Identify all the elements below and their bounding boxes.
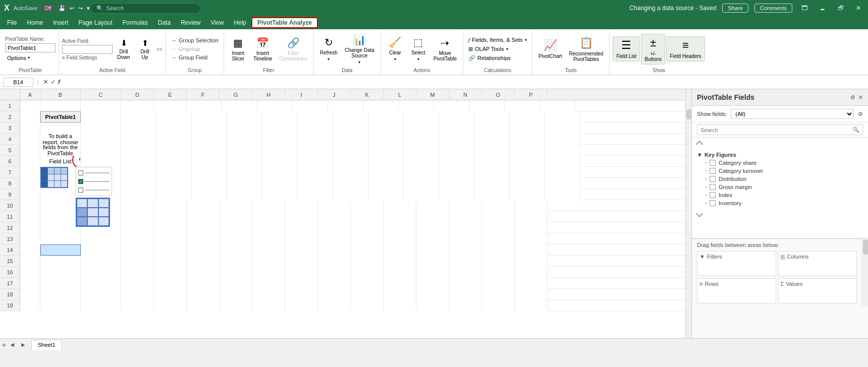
cell-j4[interactable] [333, 134, 368, 145]
pivottable-name-input[interactable] [5, 43, 56, 52]
cell-i19[interactable] [285, 300, 318, 311]
cell-n5[interactable] [474, 145, 510, 156]
cell-i6[interactable] [298, 156, 333, 167]
cell-k8[interactable] [368, 178, 404, 189]
cell-m19[interactable] [416, 300, 449, 311]
undo-icon[interactable]: ↩ [70, 5, 74, 12]
cell-j8[interactable] [333, 178, 368, 189]
cell-e15[interactable] [154, 256, 187, 267]
cell-f4[interactable] [192, 134, 227, 145]
cell-p10[interactable] [515, 200, 548, 211]
cell-a17[interactable] [20, 278, 40, 289]
select-button[interactable]: ⬚ Select ▾ [407, 34, 429, 64]
cell-g6[interactable] [227, 156, 262, 167]
cell-o1[interactable] [505, 100, 540, 111]
cell-b15[interactable] [40, 256, 81, 267]
cell-g13[interactable] [220, 233, 252, 244]
cell-h6[interactable] [262, 156, 298, 167]
cell-o15[interactable] [482, 256, 515, 267]
cell-i14[interactable] [285, 244, 318, 256]
cell-k2[interactable] [368, 111, 404, 123]
cell-o3[interactable] [510, 123, 545, 134]
cell-c13[interactable] [81, 233, 121, 244]
cell-i8[interactable] [298, 178, 333, 189]
cell-l2[interactable] [404, 111, 439, 123]
cell-k17[interactable] [351, 278, 384, 289]
cell-m13[interactable] [416, 233, 449, 244]
cell-m15[interactable] [416, 256, 449, 267]
row-15[interactable]: 15 [0, 256, 20, 267]
cell-k4[interactable] [368, 134, 404, 145]
cell-a5[interactable] [20, 145, 40, 156]
cell-j1[interactable] [328, 100, 363, 111]
cell-j17[interactable] [318, 278, 351, 289]
cell-d12[interactable] [121, 222, 154, 233]
cell-l17[interactable] [384, 278, 416, 289]
cell-p1[interactable] [540, 100, 575, 111]
cell-d16[interactable] [121, 267, 154, 278]
ungroup-button[interactable]: ← Ungroup [169, 45, 221, 53]
cell-a9[interactable] [20, 189, 40, 200]
cell-m2[interactable] [439, 111, 474, 123]
cell-o8[interactable] [510, 178, 545, 189]
cell-c1[interactable] [81, 100, 121, 111]
cell-g14[interactable] [220, 244, 252, 256]
cell-e9[interactable] [156, 189, 192, 200]
col-header-k[interactable]: K [351, 89, 384, 100]
cell-b13[interactable] [40, 233, 81, 244]
cell-n11[interactable] [449, 211, 482, 222]
cell-i13[interactable] [285, 233, 318, 244]
cell-h1[interactable] [257, 100, 293, 111]
row-12[interactable]: 12 [0, 222, 20, 233]
cell-d19[interactable] [121, 300, 154, 311]
cell-o13[interactable] [482, 233, 515, 244]
cell-m14[interactable] [416, 244, 449, 256]
cell-m12[interactable] [416, 222, 449, 233]
recommended-pivottables-button[interactable]: 📋 RecommendedPivotTables [566, 34, 607, 64]
cell-o4[interactable] [510, 134, 545, 145]
cell-a18[interactable] [20, 289, 40, 300]
cell-e4[interactable] [156, 134, 192, 145]
cell-d5[interactable] [121, 145, 156, 156]
group-field-button[interactable]: → Group Field [169, 53, 221, 62]
cell-o14[interactable] [482, 244, 515, 256]
cell-g16[interactable] [220, 267, 252, 278]
cancel-formula-icon[interactable]: ✕ [43, 78, 48, 86]
cell-e13[interactable] [154, 233, 187, 244]
cell-e3[interactable] [156, 123, 192, 134]
cell-o19[interactable] [482, 300, 515, 311]
cell-c3[interactable] [81, 123, 121, 134]
clear-button[interactable]: 🧹 Clear ▾ [384, 34, 406, 64]
cell-h10[interactable] [252, 200, 285, 211]
cell-i10[interactable] [285, 200, 318, 211]
cell-a10[interactable] [20, 200, 40, 211]
cell-f15[interactable] [187, 256, 220, 267]
field-inventory[interactable]: › Inventory [697, 199, 863, 207]
cell-a1[interactable] [20, 100, 40, 111]
cell-b5[interactable]: fields from the PivotTable [40, 145, 81, 156]
cell-e7[interactable] [156, 167, 192, 178]
cell-k19[interactable] [351, 300, 384, 311]
field-headers-button[interactable]: ≡ Field Headers [666, 36, 704, 62]
cell-c14[interactable] [81, 244, 121, 256]
cell-p5[interactable] [545, 145, 580, 156]
cell-a11[interactable] [20, 211, 40, 222]
scrollbar-thumb[interactable] [686, 109, 691, 119]
category-share-checkbox[interactable] [710, 160, 716, 166]
col-header-m[interactable]: M [416, 89, 449, 100]
maximize-button[interactable]: 🗗 [835, 4, 847, 13]
cell-l5[interactable] [404, 145, 439, 156]
cell-a7[interactable] [20, 167, 40, 178]
cell-p13[interactable] [515, 233, 548, 244]
distribution-checkbox[interactable] [710, 176, 716, 182]
field-category-turnover[interactable]: › Category turnover [697, 167, 863, 175]
cell-e12[interactable] [154, 222, 187, 233]
cell-n17[interactable] [449, 278, 482, 289]
field-settings-button[interactable]: ≡ Field Settings [62, 55, 113, 60]
cell-i7[interactable] [298, 167, 333, 178]
cell-d6[interactable] [121, 156, 156, 167]
cell-j11[interactable] [318, 211, 351, 222]
cell-h9[interactable] [262, 189, 298, 200]
cell-a14[interactable] [20, 244, 40, 256]
menu-file[interactable]: File [2, 18, 22, 28]
